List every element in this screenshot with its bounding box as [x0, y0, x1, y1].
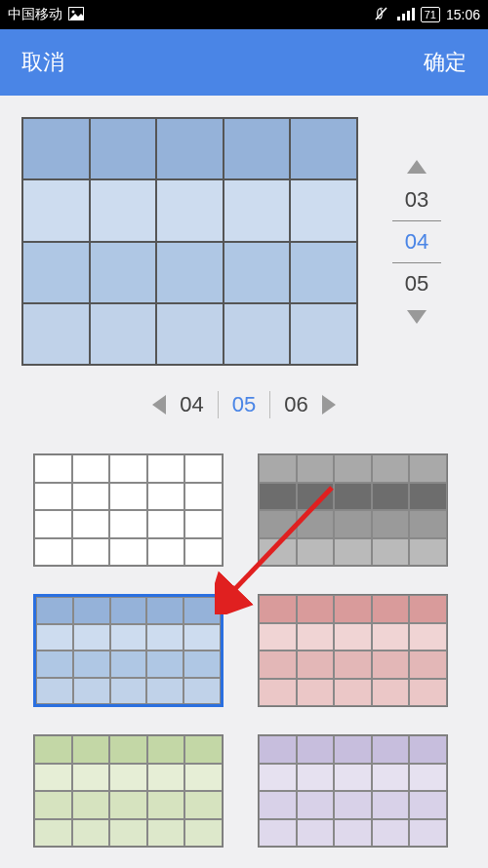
confirm-button[interactable]: 确定	[424, 48, 467, 77]
chevron-right-icon[interactable]	[322, 395, 336, 414]
style-thumb-red[interactable]	[258, 594, 448, 707]
preview-cell	[22, 303, 90, 365]
preview-cell	[90, 179, 157, 241]
status-bar: 中国移动 71 15:06	[0, 0, 488, 29]
row-value-above[interactable]: 03	[405, 179, 428, 220]
svg-rect-6	[412, 8, 415, 20]
preview-cell	[156, 242, 224, 303]
image-icon	[68, 7, 84, 23]
preview-grid	[21, 117, 358, 366]
row-value-selected[interactable]: 04	[405, 221, 428, 262]
col-spinner: 04 05 06	[0, 391, 488, 418]
preview-cell	[22, 118, 90, 179]
preview-cell	[22, 242, 90, 303]
col-value-selected[interactable]: 05	[232, 392, 256, 417]
preview-cell	[290, 242, 357, 303]
preview-cell	[290, 179, 357, 241]
svg-rect-3	[397, 17, 400, 20]
chevron-down-icon[interactable]	[407, 310, 427, 324]
battery-indicator: 71	[421, 7, 440, 22]
chevron-up-icon[interactable]	[407, 160, 427, 174]
preview-cell	[90, 118, 157, 179]
col-value-right[interactable]: 06	[284, 392, 307, 417]
preview-cell	[156, 303, 224, 365]
preview-cell	[224, 303, 291, 365]
col-value-left[interactable]: 04	[180, 392, 203, 417]
style-thumb-blue[interactable]	[33, 594, 224, 707]
svg-rect-4	[402, 14, 405, 20]
preview-cell	[290, 118, 357, 179]
row-spinner: 03 04 05	[378, 160, 456, 324]
chevron-left-icon[interactable]	[152, 395, 166, 414]
preview-cell	[156, 118, 224, 179]
svg-point-1	[72, 10, 75, 13]
style-thumbnails	[0, 454, 488, 848]
preview-cell	[224, 118, 291, 179]
preview-cell	[22, 179, 90, 241]
preview-cell	[156, 179, 224, 241]
preview-cell	[290, 303, 357, 365]
carrier-label: 中国移动	[8, 6, 62, 23]
clock: 15:06	[446, 7, 480, 22]
preview-cell	[224, 242, 291, 303]
cancel-button[interactable]: 取消	[21, 48, 64, 77]
preview-cell	[90, 303, 157, 365]
mute-icon	[374, 6, 391, 24]
style-thumb-gray[interactable]	[258, 454, 448, 567]
signal-icon	[397, 7, 415, 23]
content: 03 04 05 04 05 06	[0, 96, 488, 848]
style-thumb-green[interactable]	[33, 734, 224, 848]
action-bar: 取消 确定	[0, 29, 488, 96]
row-value-below[interactable]: 05	[405, 263, 428, 304]
preview-cell	[224, 179, 291, 241]
preview-cell	[90, 242, 157, 303]
style-thumb-purple[interactable]	[258, 734, 448, 848]
style-thumb-white[interactable]	[33, 454, 224, 567]
svg-rect-5	[407, 11, 410, 20]
